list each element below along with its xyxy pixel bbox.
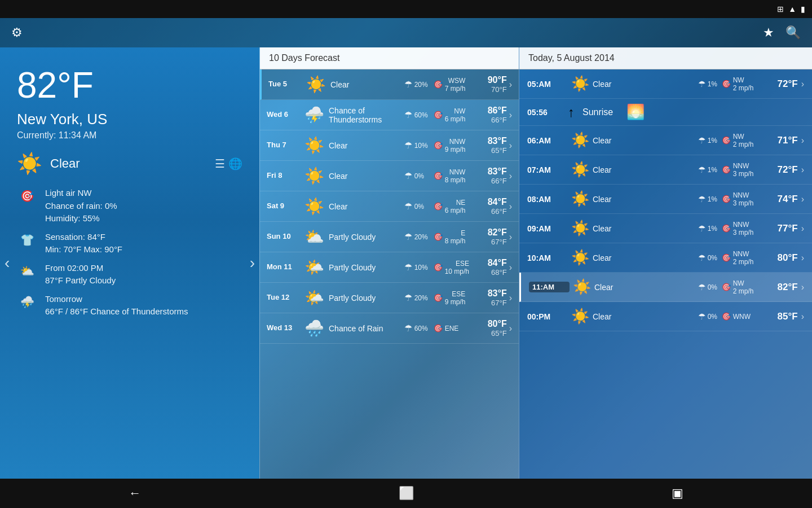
tomorrow-icon: ⛈️	[17, 294, 37, 310]
condition-icon: ☀️	[17, 152, 42, 176]
umbrella-icon: ☂	[698, 253, 705, 263]
rain-pct: 1%	[708, 80, 717, 88]
high-temp: 82°F	[474, 227, 507, 238]
hourly-temp: 74°F	[767, 194, 798, 205]
hourly-time: 11:AM	[529, 282, 570, 292]
hourly-temp: 71°F	[767, 135, 798, 146]
forecast-item[interactable]: Tue 5 ☀️ Clear ☂ 20% 🎯 WSW7 mp/h 90°F 70…	[260, 69, 519, 100]
forecast-wind: 🎯 NNW9 mp/h	[434, 138, 474, 154]
high-temp: 83°F	[474, 288, 507, 299]
current-temperature: 82°F	[17, 64, 242, 106]
wind-text: Light air NW Chance of rain: 0% Humidity…	[45, 187, 117, 225]
forecast-temps: 82°F 67°F	[474, 227, 507, 246]
list-view-button[interactable]: ☰	[215, 157, 225, 170]
forecast-arrow: ›	[509, 171, 512, 181]
rain-pct: 1%	[708, 225, 717, 233]
forecast-wind: 🎯 NW6 mp/h	[434, 107, 474, 123]
hourly-temp: 77°F	[767, 223, 798, 234]
sensation-line: Sensation: 84°F	[45, 231, 122, 244]
wifi-icon: ▲	[788, 5, 796, 14]
umbrella-icon: ☂	[698, 165, 705, 175]
forecast-item[interactable]: Tue 12 🌤️ Partly Cloudy ☂ 20% 🎯 ESE9 mp/…	[260, 283, 519, 313]
umbrella-icon: ☂	[698, 312, 705, 322]
sensation-text: Sensation: 84°F Min: 70°F Max: 90°F	[45, 231, 122, 256]
rain-percent: 10%	[414, 142, 428, 150]
condition-row: ☀️ Clear ☰ 🌐	[17, 152, 242, 176]
home-button[interactable]: ⬜	[399, 486, 414, 501]
back-button[interactable]: ←	[129, 486, 141, 501]
high-temp: 80°F	[474, 319, 507, 329]
rain-pct: 0%	[708, 283, 717, 291]
compass-icon: 🎯	[722, 136, 731, 144]
forecast-rain: ☂ 0%	[404, 201, 434, 212]
wind-info: ENE	[445, 325, 459, 332]
umbrella-icon: ☂	[404, 140, 412, 151]
umbrella-icon: ☂	[404, 262, 412, 273]
forecast-item[interactable]: Wed 6 ⛈️ Chance of Thunderstorms ☂ 60% 🎯…	[260, 100, 519, 130]
wind-info: NNW8 mp/h	[445, 168, 466, 184]
forecast-item[interactable]: Mon 11 🌤️ Partly Cloudy ☂ 10% 🎯 ESE10 mp…	[260, 252, 519, 283]
forecast-item[interactable]: Thu 7 ☀️ Clear ☂ 10% 🎯 NNW9 mp/h 83°F 65…	[260, 130, 519, 161]
forecast-item[interactable]: Fri 8 ☀️ Clear ☂ 0% 🎯 NNW8 mp/h 83°F 66°…	[260, 161, 519, 191]
nav-right-button[interactable]: ›	[250, 254, 255, 272]
hourly-weather-icon: ☀️	[568, 132, 593, 149]
settings-button[interactable]: ⚙	[11, 25, 23, 40]
low-temp: 66°F	[474, 116, 507, 124]
hourly-arrow: ›	[801, 135, 804, 146]
rain-percent: 20%	[414, 294, 428, 302]
forecast-condition: Partly Cloudy	[326, 294, 404, 303]
sunrise-item: 05:56 ↑ Sunrise 🌅	[519, 99, 812, 126]
wind-icon: 🎯	[17, 188, 37, 204]
umbrella-icon: ☂	[698, 135, 705, 146]
tomorrow-desc: 66°F / 86°F Chance of Thunderstorms	[45, 305, 188, 318]
hourly-item[interactable]: 00:PM ☀️ Clear ☂ 0% 🎯 WNW 85°F ›	[519, 302, 812, 331]
forecast-date: Thu 7	[267, 141, 302, 150]
compass-icon: 🎯	[434, 233, 443, 241]
forecast-item[interactable]: Sat 9 ☀️ Clear ☂ 0% 🎯 NE6 mp/h 84°F 66°F…	[260, 191, 519, 222]
hourly-weather-icon: ☀️	[568, 161, 593, 178]
wind-info: NNW3 mp/h	[733, 191, 754, 207]
hourly-wind: 🎯 NNW2 mp/h	[722, 250, 767, 266]
hourly-item[interactable]: 10:AM ☀️ Clear ☂ 0% 🎯 NNW2 mp/h 80°F ›	[519, 243, 812, 273]
hourly-rain: ☂ 1%	[698, 194, 722, 204]
globe-button[interactable]: 🌐	[228, 157, 242, 170]
hourly-item[interactable]: 06:AM ☀️ Clear ☂ 1% 🎯 NW2 mp/h 71°F ›	[519, 126, 812, 155]
high-temp: 90°F	[474, 75, 507, 85]
tomorrow-text: Tomorrow 66°F / 86°F Chance of Thunderst…	[45, 293, 188, 318]
hourly-item[interactable]: 08:AM ☀️ Clear ☂ 1% 🎯 NNW3 mp/h 74°F ›	[519, 185, 812, 214]
city-name: New York, US	[17, 111, 242, 128]
favorite-button[interactable]: ★	[763, 25, 774, 40]
hourly-arrow: ›	[801, 165, 804, 175]
hourly-rain: ☂ 1%	[698, 165, 722, 175]
forecast-temps: 83°F 66°F	[474, 167, 507, 185]
forecast-condition: Chance of Thunderstorms	[326, 106, 404, 124]
forecast-item[interactable]: Wed 13 🌧️ Chance of Rain ☂ 60% 🎯 ENE 80°…	[260, 313, 519, 344]
forecast-condition: Partly Cloudy	[326, 263, 404, 272]
forecast-condition: Clear	[326, 202, 404, 211]
afternoon-detail: ⛅ From 02:00 PM 87°F Partly Cloudy	[17, 262, 242, 287]
hourly-item[interactable]: 05:AM ☀️ Clear ☂ 1% 🎯 NW2 mp/h 72°F ›	[519, 69, 812, 99]
search-button[interactable]: 🔍	[785, 25, 801, 40]
hourly-item[interactable]: 09:AM ☀️ Clear ☂ 1% 🎯 NNW3 mp/h 77°F ›	[519, 214, 812, 243]
high-temp: 86°F	[474, 106, 507, 116]
hourly-rain: ☂ 1%	[698, 135, 722, 146]
umbrella-icon: ☂	[404, 231, 412, 242]
sunrise-time: 05:56	[527, 108, 568, 117]
forecast-item[interactable]: Sun 10 ⛅ Partly Cloudy ☂ 20% 🎯 E8 mp/h 8…	[260, 222, 519, 252]
forecast-weather-icon: ⛈️	[302, 106, 326, 124]
hourly-panel: Today, 5 August 2014 05:AM ☀️ Clear ☂ 1%…	[519, 47, 812, 479]
forecast-date: Sun 10	[267, 232, 302, 242]
hourly-item[interactable]: 07:AM ☀️ Clear ☂ 1% 🎯 NNW3 mp/h 72°F ›	[519, 155, 812, 185]
forecast-wind: 🎯 ESE10 mp/h	[434, 260, 474, 275]
forecast-rain: ☂ 20%	[404, 292, 434, 303]
low-temp: 65°F	[474, 146, 507, 155]
hourly-item[interactable]: 11:AM ☀️ Clear ☂ 0% 🎯 NW2 mp/h 82°F ›	[519, 273, 812, 302]
recent-button[interactable]: ▣	[672, 486, 683, 501]
forecast-wind: 🎯 WSW7 mp/h	[434, 77, 474, 93]
hourly-wind: 🎯 NW2 mp/h	[722, 133, 767, 148]
nav-left-button[interactable]: ‹	[5, 254, 10, 272]
forecast-wind: 🎯 ENE	[434, 324, 474, 332]
forecast-temps: 83°F 67°F	[474, 288, 507, 307]
hourly-rain: ☂ 1%	[698, 79, 722, 89]
hourly-rain: ☂ 0%	[698, 282, 722, 292]
